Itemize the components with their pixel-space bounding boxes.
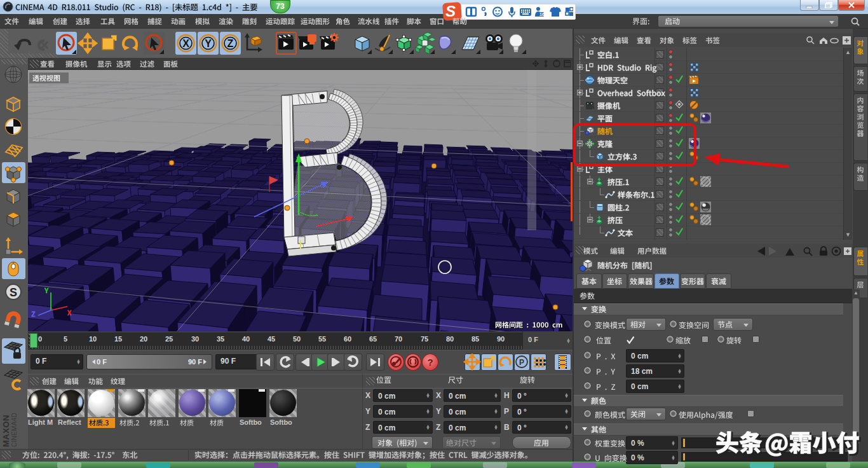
- svg-text:X: X: [182, 38, 189, 49]
- svg-text:?: ?: [427, 357, 433, 368]
- svg-text:Z: Z: [227, 38, 234, 49]
- svg-text:Y: Y: [205, 38, 212, 49]
- svg-text:S: S: [10, 286, 17, 299]
- svg-text:P: P: [519, 358, 524, 367]
- svg-text:16: 16: [539, 12, 545, 17]
